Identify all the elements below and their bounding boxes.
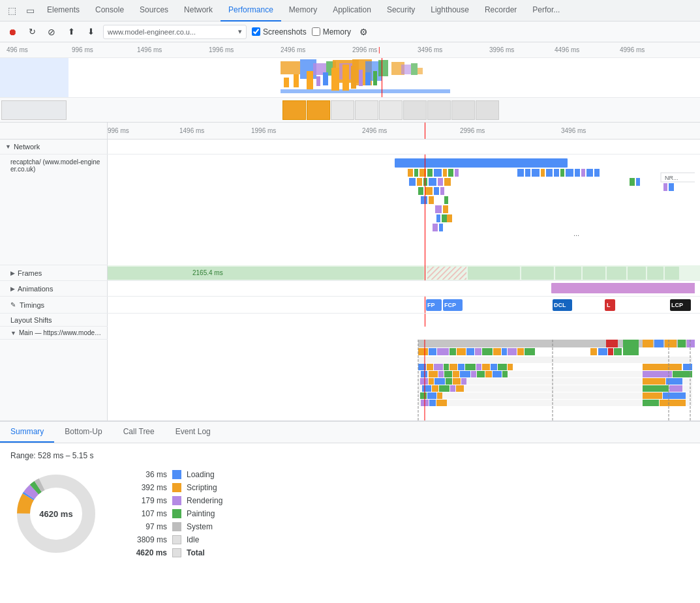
main-label[interactable]: ▼ Main — https://www.model-engineer.co.u… [0, 327, 108, 339]
memory-checkbox-label[interactable]: Memory [312, 27, 351, 37]
frames-label[interactable]: ▶ Frames [0, 265, 108, 280]
animations-expand-icon: ▶ [10, 286, 15, 292]
tab-perfor-more[interactable]: Perfor... [525, 0, 568, 22]
timings-label[interactable]: ✎ Timings [0, 297, 108, 313]
timings-content[interactable]: FP FCP DCL L LCP [108, 297, 700, 313]
svg-rect-170 [673, 371, 692, 377]
screenshot-2[interactable] [307, 100, 330, 120]
legend-painting-label: Painting [187, 509, 215, 518]
tab-call-tree[interactable]: Call Tree [113, 422, 165, 443]
svg-rect-79 [583, 267, 605, 280]
layout-shifts-label-text: Layout Shifts [10, 316, 52, 324]
screenshots-strip [0, 97, 700, 122]
svg-rect-128 [465, 364, 476, 370]
screenshot-8[interactable] [451, 100, 475, 120]
svg-rect-175 [643, 392, 662, 399]
svg-rect-24 [373, 71, 377, 85]
main-header-content[interactable] [108, 327, 700, 340]
svg-rect-49 [554, 169, 559, 177]
record-button[interactable]: ⏺ [5, 25, 20, 39]
legend-rendering-label: Rendering [187, 496, 222, 505]
svg-rect-51 [566, 169, 573, 177]
upload-button[interactable]: ⬆ [64, 25, 78, 39]
layout-shifts-label[interactable]: Layout Shifts [0, 314, 108, 326]
tab-performance[interactable]: Performance [221, 0, 281, 22]
network-label[interactable]: ▼ Network [0, 140, 108, 154]
clear-button[interactable]: ⊘ [44, 25, 59, 39]
svg-rect-114 [614, 348, 622, 355]
tab-elements[interactable]: Elements [39, 0, 87, 22]
svg-rect-42 [434, 187, 439, 195]
memory-checkbox[interactable] [312, 27, 320, 36]
screenshot-9[interactable] [476, 100, 499, 120]
svg-text:L: L [607, 302, 611, 308]
settings-icon[interactable]: ⚙ [356, 25, 371, 39]
legend-rendering: 179 ms Rendering [128, 496, 222, 505]
network-label-text: Network [14, 143, 40, 151]
tab-recorder[interactable]: Recorder [477, 0, 525, 22]
reload-button[interactable]: ↻ [25, 25, 39, 39]
screenshot-4[interactable] [355, 100, 378, 120]
summary-panel: Range: 528 ms – 5.15 s [0, 443, 700, 567]
screenshots-checkbox[interactable] [252, 27, 260, 36]
device-icon[interactable]: ▭ [21, 1, 39, 20]
tab-application[interactable]: Application [325, 0, 379, 22]
svg-rect-113 [608, 348, 613, 355]
svg-rect-169 [643, 371, 672, 377]
frames-expand-icon: ▶ [10, 270, 15, 276]
svg-rect-102 [466, 348, 474, 355]
tab-summary[interactable]: Summary [0, 422, 54, 443]
tab-bottom-up[interactable]: Bottom-Up [54, 422, 112, 443]
svg-rect-154 [422, 385, 431, 392]
svg-rect-103 [475, 348, 481, 355]
svg-rect-137 [438, 371, 444, 377]
svg-rect-73 [108, 267, 424, 280]
url-dropdown-icon[interactable]: ▾ [238, 27, 242, 36]
main-label-text: Main — https://www.model-engineer.co.uk/… [19, 329, 102, 336]
download-button[interactable]: ⬇ [84, 25, 98, 39]
tab-event-log[interactable]: Event Log [165, 422, 221, 443]
svg-rect-166 [436, 400, 447, 406]
frames-content[interactable]: 2165.4 ms [108, 265, 700, 280]
svg-rect-129 [476, 364, 481, 370]
tab-network[interactable]: Network [176, 0, 221, 22]
svg-rect-108 [517, 348, 524, 355]
inspect-icon[interactable]: ⬚ [3, 1, 21, 20]
svg-rect-99 [437, 348, 449, 355]
overview-chart[interactable] [0, 58, 700, 97]
screenshot-5[interactable] [379, 100, 403, 120]
screenshot-1[interactable] [282, 100, 306, 120]
legend-loading-label: Loading [187, 470, 215, 479]
svg-rect-118 [665, 340, 677, 347]
svg-rect-57 [636, 178, 640, 186]
legend-idle-label: Idle [187, 535, 199, 544]
legend-idle-color [172, 535, 181, 544]
svg-rect-19 [331, 68, 339, 91]
screenshots-checkbox-label[interactable]: Screenshots [252, 27, 307, 37]
bottom-tabs: Summary Bottom-Up Call Tree Event Log [0, 422, 700, 443]
layout-redline [425, 314, 425, 327]
animations-content[interactable] [108, 281, 700, 296]
layout-shifts-content[interactable] [108, 314, 700, 327]
screenshot-6[interactable] [403, 100, 427, 120]
legend: 36 ms Loading 392 ms Scripting 179 ms Re… [128, 470, 222, 557]
legend-scripting: 392 ms Scripting [128, 483, 222, 492]
network-track-content[interactable]: NR... ... [108, 154, 700, 265]
tab-console[interactable]: Console [87, 0, 132, 22]
legend-scripting-color [172, 483, 181, 492]
tab-security[interactable]: Security [379, 0, 423, 22]
screenshot-3[interactable] [331, 100, 354, 120]
tracks-area[interactable]: ▼ Network recaptcha/ (www.model-engineer… [0, 140, 700, 437]
main-section-header: ▼ Main — https://www.model-engineer.co.u… [0, 327, 700, 340]
tab-memory[interactable]: Memory [281, 0, 325, 22]
svg-rect-144 [493, 371, 502, 377]
tab-sources[interactable]: Sources [132, 0, 176, 22]
animations-label[interactable]: ▶ Animations [0, 281, 108, 296]
svg-rect-173 [643, 385, 669, 392]
svg-rect-33 [455, 169, 459, 177]
svg-rect-115 [623, 340, 639, 355]
screenshots-label: Screenshots [263, 27, 307, 37]
tab-lighthouse[interactable]: Lighthouse [423, 0, 477, 22]
screenshot-7[interactable] [427, 100, 451, 120]
svg-rect-147 [420, 378, 428, 385]
